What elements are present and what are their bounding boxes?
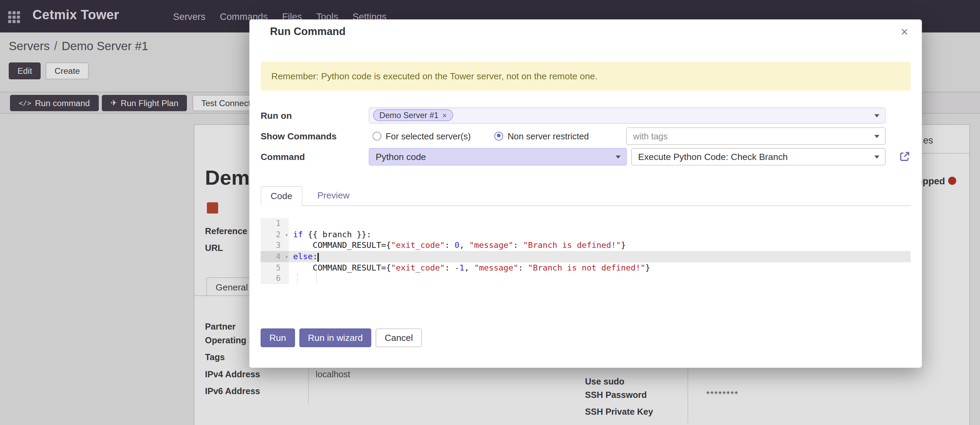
with-tags-placeholder: with tags bbox=[633, 131, 668, 141]
caret-down-icon[interactable] bbox=[875, 155, 880, 158]
command-type-value: Python code bbox=[375, 151, 426, 161]
show-commands-field-wrap: For selected server(s) Non server restri… bbox=[369, 127, 886, 144]
caret-down-icon[interactable] bbox=[875, 135, 880, 138]
run-button[interactable]: Run bbox=[261, 328, 294, 347]
code-editor-lines: 12▾if {{ branch }}:3 COMMAND_RESULT={"ex… bbox=[261, 218, 911, 284]
text-cursor bbox=[318, 253, 318, 261]
gutter-line-number[interactable]: 6 bbox=[261, 273, 289, 284]
run-command-modal: Run Command × Remember: Python code is e… bbox=[250, 19, 922, 368]
server-tag-chip[interactable]: Demo Server #1 × bbox=[373, 109, 453, 121]
close-icon[interactable]: × bbox=[901, 26, 908, 38]
gutter-line-number[interactable]: 1 bbox=[261, 218, 289, 229]
modal-header: Run Command × bbox=[250, 19, 922, 38]
python-warning-alert: Remember: Python code is executed on the… bbox=[261, 62, 911, 90]
run-on-label: Run on bbox=[261, 110, 369, 120]
gutter-line-number[interactable]: 3 bbox=[261, 240, 289, 251]
indent-guide bbox=[316, 274, 317, 284]
fold-toggle-icon[interactable]: ▾ bbox=[285, 230, 288, 241]
gutter-line-number[interactable]: 2▾ bbox=[261, 229, 289, 240]
tab-preview[interactable]: Preview bbox=[308, 186, 359, 205]
code-line[interactable]: 1 bbox=[261, 218, 911, 229]
app-window: Cetmix Tower Servers Commands Files Tool… bbox=[0, 0, 980, 425]
tab-code[interactable]: Code bbox=[261, 186, 302, 206]
gutter-line-number[interactable]: 5 bbox=[261, 262, 289, 273]
code-line[interactable]: 2▾if {{ branch }}: bbox=[261, 229, 911, 240]
editor-tabs: Code Preview bbox=[261, 186, 911, 206]
run-on-row: Run on Demo Server #1 × bbox=[261, 105, 911, 126]
modal-footer: Run Run in wizard Cancel bbox=[261, 328, 911, 347]
radio-selected-servers[interactable] bbox=[372, 132, 381, 140]
code-line[interactable]: 4▾else: bbox=[261, 251, 911, 262]
screen: Cetmix Tower Servers Commands Files Tool… bbox=[0, 0, 980, 425]
command-type-select[interactable]: Python code bbox=[369, 147, 627, 165]
radio-non-restricted-label[interactable]: Non server restricted bbox=[508, 131, 589, 141]
radio-non-restricted[interactable] bbox=[495, 132, 503, 140]
run-on-input[interactable]: Demo Server #1 × bbox=[369, 107, 886, 123]
modal-body: Remember: Python code is executed on the… bbox=[250, 62, 922, 347]
run-on-field-wrap: Demo Server #1 × bbox=[369, 107, 886, 123]
gutter-line-number[interactable]: 4▾ bbox=[261, 251, 289, 262]
radio-selected-servers-group: For selected server(s) bbox=[372, 131, 471, 141]
command-select-value: Execute Python Code: Check Branch bbox=[638, 151, 788, 161]
server-tag-label: Demo Server #1 bbox=[379, 111, 439, 120]
remove-tag-icon[interactable]: × bbox=[442, 111, 447, 119]
code-editor[interactable]: 12▾if {{ branch }}:3 COMMAND_RESULT={"ex… bbox=[261, 218, 911, 284]
external-link-icon[interactable] bbox=[899, 151, 911, 162]
radio-selected-servers-label[interactable]: For selected server(s) bbox=[385, 131, 471, 141]
code-line[interactable]: 6 bbox=[261, 273, 911, 284]
command-row: Command Python code Execute Python Code:… bbox=[261, 146, 911, 167]
with-tags-select[interactable]: with tags bbox=[627, 127, 886, 144]
show-commands-row: Show Commands For selected server(s) Non… bbox=[261, 126, 911, 146]
indent-guide bbox=[297, 274, 298, 284]
caret-down-icon[interactable] bbox=[616, 155, 621, 158]
modal-title: Run Command bbox=[270, 26, 346, 38]
show-commands-label: Show Commands bbox=[261, 131, 369, 141]
cancel-button[interactable]: Cancel bbox=[376, 328, 422, 347]
code-line[interactable]: 5 COMMAND_RESULT={"exit_code": -1, "mess… bbox=[261, 262, 911, 273]
caret-down-icon[interactable] bbox=[875, 114, 880, 117]
command-select[interactable]: Execute Python Code: Check Branch bbox=[631, 147, 886, 165]
run-in-wizard-button[interactable]: Run in wizard bbox=[299, 328, 372, 347]
command-label: Command bbox=[261, 151, 369, 161]
code-line[interactable]: 3 COMMAND_RESULT={"exit_code": 0, "messa… bbox=[261, 240, 911, 251]
fold-toggle-icon[interactable]: ▾ bbox=[285, 252, 288, 263]
radio-non-restricted-group: Non server restricted bbox=[495, 131, 589, 141]
command-field-wrap: Python code Execute Python Code: Check B… bbox=[369, 147, 886, 165]
